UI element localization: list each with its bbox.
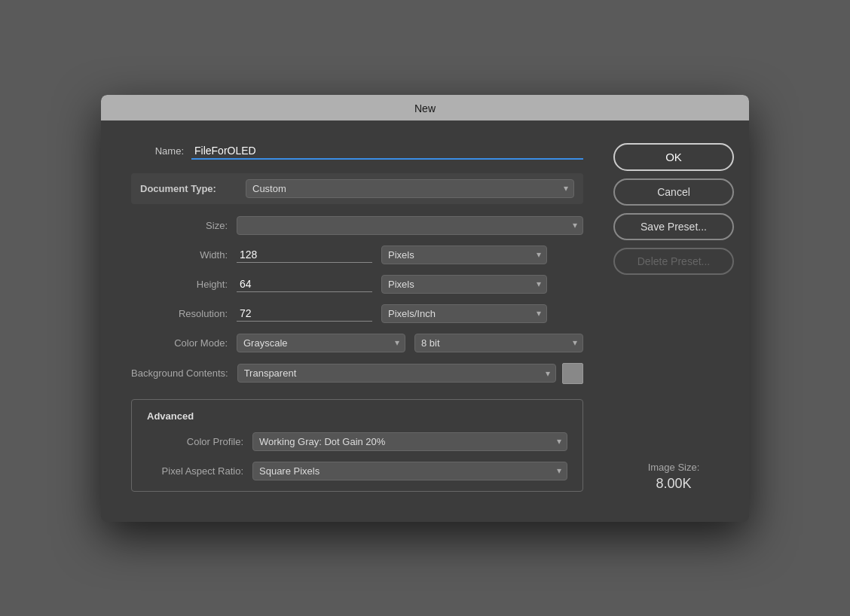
document-type-label: Document Type: [140, 183, 246, 194]
height-unit-wrapper: Pixels Inches Centimeters Millimeters Po… [381, 275, 547, 294]
dialog-title: New [414, 102, 436, 114]
width-input[interactable] [237, 247, 372, 263]
color-mode-label: Color Mode: [131, 337, 237, 349]
pixel-aspect-ratio-row: Pixel Aspect Ratio: Square Pixels D1/DV … [147, 462, 567, 480]
resolution-unit-wrapper: Pixels/Inch Pixels/Centimeter [381, 304, 547, 323]
cancel-button[interactable]: Cancel [613, 178, 734, 206]
size-select[interactable] [237, 216, 583, 235]
size-row: Size: [131, 216, 583, 235]
width-label: Width: [131, 249, 237, 261]
image-size-value: 8.00K [613, 476, 734, 492]
color-profile-label: Color Profile: [147, 436, 252, 447]
color-mode-row: Color Mode: Bitmap Grayscale RGB Color C… [131, 334, 583, 352]
width-unit-select[interactable]: Pixels Inches Centimeters Millimeters Po… [381, 245, 547, 264]
background-contents-select[interactable]: Transparent White Background Color Custo… [237, 364, 556, 383]
name-row: Name: [131, 143, 583, 160]
right-panel: OK Cancel Save Preset... Delete Preset..… [606, 136, 749, 507]
document-type-select[interactable]: Custom Default Photoshop Size US Paper I… [246, 179, 574, 198]
color-profile-select-wrapper: Working Gray: Dot Gain 20% Don't Color M… [252, 432, 567, 451]
new-document-dialog: New Name: Document Type: Custom Default … [101, 95, 749, 522]
size-label: Size: [131, 220, 237, 231]
left-panel: Name: Document Type: Custom Default Phot… [101, 136, 606, 507]
resolution-label: Resolution: [131, 308, 237, 319]
save-preset-button[interactable]: Save Preset... [613, 213, 734, 240]
resolution-input[interactable] [237, 306, 372, 322]
background-contents-select-wrapper: Transparent White Background Color Custo… [237, 364, 556, 383]
background-contents-row: Background Contents: Transparent White B… [131, 363, 583, 384]
height-row: Height: Pixels Inches Centimeters Millim… [131, 275, 583, 294]
advanced-section: Advanced Color Profile: Working Gray: Do… [131, 399, 583, 492]
delete-preset-button[interactable]: Delete Preset... [613, 248, 734, 275]
name-label: Name: [131, 145, 191, 157]
color-depth-select-wrapper: 8 bit 16 bit 32 bit [414, 334, 583, 352]
image-size-container: Image Size: 8.00K [613, 447, 734, 492]
name-input[interactable] [191, 143, 583, 160]
width-row: Width: Pixels Inches Centimeters Millime… [131, 245, 583, 264]
image-size-label: Image Size: [613, 462, 734, 473]
color-mode-select[interactable]: Bitmap Grayscale RGB Color CMYK Color La… [237, 334, 405, 352]
color-profile-select[interactable]: Working Gray: Dot Gain 20% Don't Color M… [252, 432, 567, 451]
resolution-unit-select[interactable]: Pixels/Inch Pixels/Centimeter [381, 304, 547, 323]
document-type-row: Document Type: Custom Default Photoshop … [131, 173, 583, 204]
background-contents-label: Background Contents: [131, 367, 237, 379]
height-label: Height: [131, 279, 237, 290]
color-depth-select[interactable]: 8 bit 16 bit 32 bit [414, 334, 583, 352]
pixel-aspect-ratio-select[interactable]: Square Pixels D1/DV NTSC (0.91) D1/DV NT… [252, 462, 567, 480]
height-unit-select[interactable]: Pixels Inches Centimeters Millimeters Po… [381, 275, 547, 294]
title-bar: New [101, 95, 749, 120]
document-type-select-wrapper: Custom Default Photoshop Size US Paper I… [246, 179, 574, 198]
advanced-title: Advanced [147, 410, 567, 422]
pixel-aspect-ratio-label: Pixel Aspect Ratio: [147, 465, 252, 477]
height-input[interactable] [237, 276, 372, 292]
width-unit-wrapper: Pixels Inches Centimeters Millimeters Po… [381, 245, 547, 264]
pixel-aspect-ratio-select-wrapper: Square Pixels D1/DV NTSC (0.91) D1/DV NT… [252, 462, 567, 480]
color-profile-row: Color Profile: Working Gray: Dot Gain 20… [147, 432, 567, 451]
ok-button[interactable]: OK [613, 143, 734, 171]
resolution-row: Resolution: Pixels/Inch Pixels/Centimete… [131, 304, 583, 323]
size-select-wrapper [237, 216, 583, 235]
background-color-swatch[interactable] [562, 363, 583, 384]
color-mode-select-wrapper: Bitmap Grayscale RGB Color CMYK Color La… [237, 334, 405, 352]
